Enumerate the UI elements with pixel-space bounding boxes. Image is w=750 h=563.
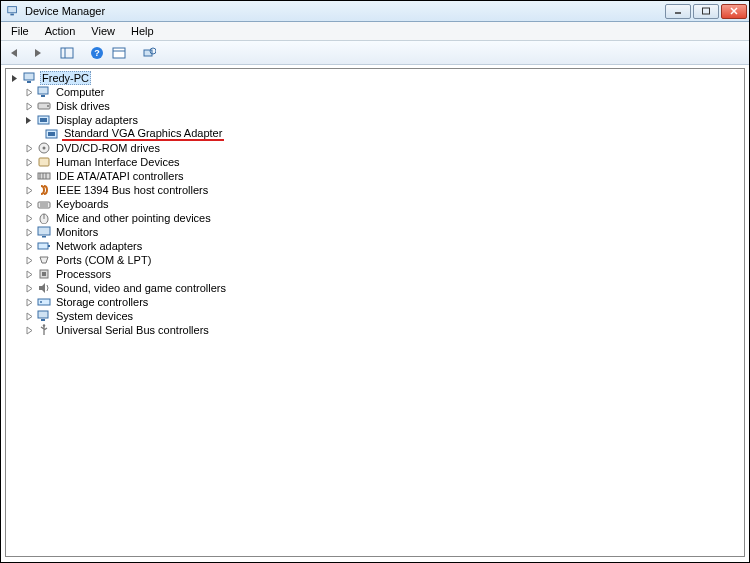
- expander-icon[interactable]: [24, 241, 35, 252]
- svg-text:?: ?: [94, 48, 100, 58]
- category-label[interactable]: Human Interface Devices: [54, 156, 182, 168]
- category-label[interactable]: Monitors: [54, 226, 100, 238]
- category-label[interactable]: Ports (COM & LPT): [54, 254, 153, 266]
- back-button[interactable]: [5, 43, 25, 63]
- app-icon: [5, 3, 21, 19]
- category-ieee1394[interactable]: IEEE 1394 Bus host controllers: [6, 183, 744, 197]
- category-dvd[interactable]: DVD/CD-ROM drives: [6, 141, 744, 155]
- expander-icon[interactable]: [24, 171, 35, 182]
- category-storage[interactable]: Storage controllers: [6, 295, 744, 309]
- close-button[interactable]: [721, 4, 747, 19]
- expander-icon[interactable]: [24, 255, 35, 266]
- category-display-adapters[interactable]: Display adapters: [6, 113, 744, 127]
- category-hid[interactable]: Human Interface Devices: [6, 155, 744, 169]
- computer-icon: [22, 71, 38, 85]
- category-monitors[interactable]: Monitors: [6, 225, 744, 239]
- menu-action[interactable]: Action: [37, 23, 84, 39]
- properties-button[interactable]: [109, 43, 129, 63]
- category-network[interactable]: Network adapters: [6, 239, 744, 253]
- category-label[interactable]: System devices: [54, 310, 135, 322]
- menu-file[interactable]: File: [3, 23, 37, 39]
- expander-icon[interactable]: [24, 269, 35, 280]
- svg-rect-42: [38, 299, 50, 305]
- expander-icon[interactable]: [24, 185, 35, 196]
- category-label[interactable]: Universal Serial Bus controllers: [54, 324, 211, 336]
- sound-icon: [36, 281, 52, 295]
- category-label[interactable]: Computer: [54, 86, 106, 98]
- show-hide-console-tree-button[interactable]: [57, 43, 77, 63]
- category-label[interactable]: IDE ATA/ATAPI controllers: [54, 170, 186, 182]
- menu-view[interactable]: View: [83, 23, 123, 39]
- window-buttons: [665, 4, 747, 19]
- keyboard-icon: [36, 197, 52, 211]
- category-label[interactable]: Mice and other pointing devices: [54, 212, 213, 224]
- expander-icon[interactable]: [24, 101, 35, 112]
- category-mice[interactable]: Mice and other pointing devices: [6, 211, 744, 225]
- category-label[interactable]: Storage controllers: [54, 296, 150, 308]
- category-label[interactable]: Keyboards: [54, 198, 111, 210]
- svg-rect-1: [10, 14, 14, 16]
- menu-help[interactable]: Help: [123, 23, 162, 39]
- category-system[interactable]: System devices: [6, 309, 744, 323]
- firewire-icon: [36, 183, 52, 197]
- svg-rect-45: [41, 319, 45, 321]
- category-disk-drives[interactable]: Disk drives: [6, 99, 744, 113]
- category-label[interactable]: IEEE 1394 Bus host controllers: [54, 184, 210, 196]
- svg-point-46: [43, 324, 45, 326]
- help-button[interactable]: ?: [87, 43, 107, 63]
- svg-rect-38: [38, 243, 48, 249]
- expander-icon[interactable]: [24, 283, 35, 294]
- expander-icon[interactable]: [24, 311, 35, 322]
- svg-rect-39: [48, 245, 50, 247]
- expander-icon[interactable]: [24, 199, 35, 210]
- svg-point-19: [47, 105, 49, 107]
- expander-icon[interactable]: [24, 143, 35, 154]
- window-title: Device Manager: [25, 5, 665, 17]
- expander-icon[interactable]: [24, 325, 35, 336]
- expander-icon[interactable]: [24, 115, 35, 126]
- category-sound[interactable]: Sound, video and game controllers: [6, 281, 744, 295]
- tree-root-row[interactable]: Fredy-PC: [6, 71, 744, 85]
- expander-icon[interactable]: [24, 87, 35, 98]
- expander-icon[interactable]: [24, 213, 35, 224]
- svg-rect-37: [42, 236, 46, 238]
- svg-rect-44: [38, 311, 48, 318]
- device-standard-vga[interactable]: Standard VGA Graphics Adapter: [6, 127, 744, 141]
- category-usb[interactable]: Universal Serial Bus controllers: [6, 323, 744, 337]
- category-ide[interactable]: IDE ATA/ATAPI controllers: [6, 169, 744, 183]
- root-label[interactable]: Fredy-PC: [40, 71, 91, 85]
- menubar: File Action View Help: [1, 22, 749, 41]
- category-label[interactable]: Disk drives: [54, 100, 112, 112]
- svg-rect-16: [38, 87, 48, 94]
- display-adapter-icon: [44, 127, 60, 141]
- maximize-button[interactable]: [693, 4, 719, 19]
- category-ports[interactable]: Ports (COM & LPT): [6, 253, 744, 267]
- expander-icon[interactable]: [10, 73, 21, 84]
- port-icon: [36, 253, 52, 267]
- ide-controller-icon: [36, 169, 52, 183]
- hid-icon: [36, 155, 52, 169]
- expander-icon[interactable]: [24, 297, 35, 308]
- svg-rect-14: [24, 73, 34, 80]
- expander-icon[interactable]: [24, 227, 35, 238]
- device-tree[interactable]: Fredy-PC Computer Disk drives Display ad…: [5, 68, 745, 557]
- device-label[interactable]: Standard VGA Graphics Adapter: [62, 127, 224, 141]
- expander-icon[interactable]: [24, 157, 35, 168]
- usb-icon: [36, 323, 52, 337]
- optical-drive-icon: [36, 141, 52, 155]
- category-label[interactable]: Network adapters: [54, 240, 144, 252]
- category-label[interactable]: Sound, video and game controllers: [54, 282, 228, 294]
- category-keyboards[interactable]: Keyboards: [6, 197, 744, 211]
- category-label[interactable]: Display adapters: [54, 114, 140, 126]
- category-label[interactable]: DVD/CD-ROM drives: [54, 142, 162, 154]
- minimize-button[interactable]: [665, 4, 691, 19]
- category-label[interactable]: Processors: [54, 268, 113, 280]
- system-device-icon: [36, 309, 52, 323]
- category-computer[interactable]: Computer: [6, 85, 744, 99]
- category-processors[interactable]: Processors: [6, 267, 744, 281]
- scan-hardware-button[interactable]: [139, 43, 159, 63]
- display-adapter-icon: [36, 113, 52, 127]
- titlebar: Device Manager: [1, 1, 749, 22]
- storage-controller-icon: [36, 295, 52, 309]
- forward-button[interactable]: [27, 43, 47, 63]
